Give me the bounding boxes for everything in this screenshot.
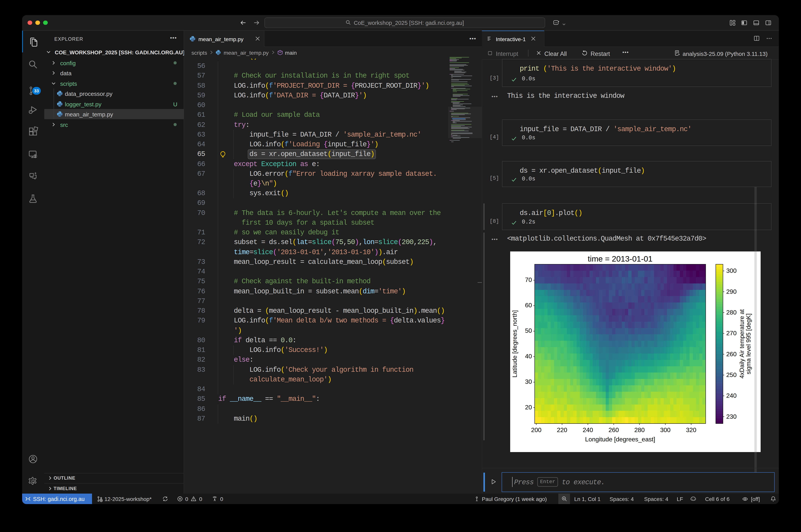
svg-text:240: 240 — [583, 426, 593, 434]
svg-text:280: 280 — [634, 426, 645, 434]
svg-text:280: 280 — [726, 309, 737, 316]
svg-text:260: 260 — [609, 426, 619, 434]
svg-text:290: 290 — [726, 288, 737, 295]
svg-text:220: 220 — [557, 426, 567, 434]
svg-text:30: 30 — [525, 378, 532, 385]
svg-text:260: 260 — [726, 350, 737, 358]
svg-text:300: 300 — [660, 426, 670, 434]
svg-text:200: 200 — [531, 426, 541, 434]
svg-text:20: 20 — [525, 404, 532, 411]
svg-text:300: 300 — [726, 267, 737, 274]
svg-text:230: 230 — [726, 413, 737, 420]
svg-text:Latitude [degrees_north]: Latitude [degrees_north] — [511, 310, 518, 378]
svg-text:70: 70 — [525, 276, 532, 283]
svg-text:sigma level 995 [degK]: sigma level 995 [degK] — [745, 314, 752, 375]
svg-text:240: 240 — [726, 392, 737, 399]
svg-text:320: 320 — [686, 426, 696, 434]
svg-text:250: 250 — [726, 372, 737, 378]
svg-text:60: 60 — [525, 302, 532, 309]
svg-text:40: 40 — [525, 353, 532, 360]
svg-text:time = 2013-01-01: time = 2013-01-01 — [588, 254, 652, 263]
svg-text:4xDaily Air temperature at: 4xDaily Air temperature at — [738, 309, 745, 379]
svg-text:Longitude [degrees_east]: Longitude [degrees_east] — [585, 436, 655, 443]
svg-text:50: 50 — [525, 327, 532, 334]
svg-text:270: 270 — [726, 330, 737, 337]
